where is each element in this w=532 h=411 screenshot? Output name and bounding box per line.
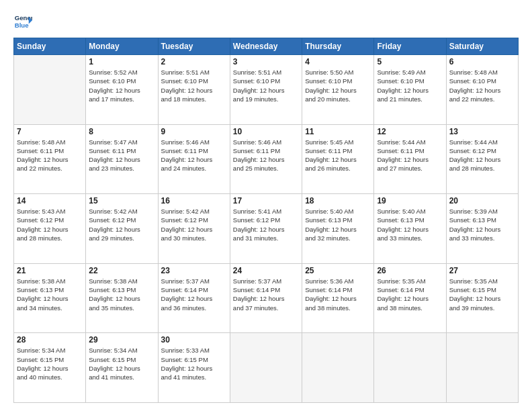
day-info: Sunrise: 5:38 AM Sunset: 6:13 PM Dayligh… xyxy=(17,277,83,312)
day-info: Sunrise: 5:38 AM Sunset: 6:13 PM Dayligh… xyxy=(89,277,154,312)
calendar-cell: 2Sunrise: 5:51 AM Sunset: 6:10 PM Daylig… xyxy=(158,55,230,125)
calendar-cell: 25Sunrise: 5:36 AM Sunset: 6:14 PM Dayli… xyxy=(302,263,374,333)
calendar-cell: 4Sunrise: 5:50 AM Sunset: 6:10 PM Daylig… xyxy=(302,55,374,125)
day-info: Sunrise: 5:46 AM Sunset: 6:11 PM Dayligh… xyxy=(161,138,227,173)
day-number: 10 xyxy=(233,127,299,136)
calendar-cell: 29Sunrise: 5:34 AM Sunset: 6:15 PM Dayli… xyxy=(86,333,158,403)
day-number: 2 xyxy=(161,57,227,66)
day-number: 24 xyxy=(233,266,299,275)
day-number: 20 xyxy=(449,196,515,205)
day-info: Sunrise: 5:40 AM Sunset: 6:13 PM Dayligh… xyxy=(377,207,443,242)
calendar-cell xyxy=(446,333,518,403)
calendar-cell xyxy=(374,333,446,403)
day-info: Sunrise: 5:33 AM Sunset: 6:15 PM Dayligh… xyxy=(161,346,227,381)
logo: General Blue xyxy=(13,12,32,31)
day-info: Sunrise: 5:37 AM Sunset: 6:14 PM Dayligh… xyxy=(161,277,227,312)
calendar-cell: 7Sunrise: 5:48 AM Sunset: 6:11 PM Daylig… xyxy=(14,124,86,194)
day-number: 3 xyxy=(233,57,299,66)
day-info: Sunrise: 5:42 AM Sunset: 6:12 PM Dayligh… xyxy=(89,207,154,242)
day-number: 12 xyxy=(377,127,443,136)
day-info: Sunrise: 5:51 AM Sunset: 6:10 PM Dayligh… xyxy=(233,68,299,103)
calendar-cell: 18Sunrise: 5:40 AM Sunset: 6:13 PM Dayli… xyxy=(302,194,374,264)
week-row-2: 7Sunrise: 5:48 AM Sunset: 6:11 PM Daylig… xyxy=(14,124,519,194)
col-header-thursday: Thursday xyxy=(302,38,374,55)
day-number: 26 xyxy=(377,266,443,275)
day-info: Sunrise: 5:35 AM Sunset: 6:14 PM Dayligh… xyxy=(377,277,443,312)
col-header-sunday: Sunday xyxy=(14,38,86,55)
col-header-monday: Monday xyxy=(86,38,158,55)
day-number: 11 xyxy=(305,127,371,136)
calendar-cell: 16Sunrise: 5:42 AM Sunset: 6:12 PM Dayli… xyxy=(158,194,230,264)
day-number: 9 xyxy=(161,127,227,136)
day-number: 27 xyxy=(449,266,515,275)
day-number: 19 xyxy=(377,196,443,205)
calendar-cell: 5Sunrise: 5:49 AM Sunset: 6:10 PM Daylig… xyxy=(374,55,446,125)
col-header-friday: Friday xyxy=(374,38,446,55)
calendar-cell: 8Sunrise: 5:47 AM Sunset: 6:11 PM Daylig… xyxy=(86,124,158,194)
day-number: 23 xyxy=(161,266,227,275)
calendar-header-row: SundayMondayTuesdayWednesdayThursdayFrid… xyxy=(14,38,519,55)
day-info: Sunrise: 5:45 AM Sunset: 6:11 PM Dayligh… xyxy=(305,138,371,173)
day-number: 22 xyxy=(89,266,154,275)
calendar-cell: 27Sunrise: 5:35 AM Sunset: 6:15 PM Dayli… xyxy=(446,263,518,333)
calendar-table: SundayMondayTuesdayWednesdayThursdayFrid… xyxy=(13,38,519,403)
header: General Blue xyxy=(13,12,519,31)
day-info: Sunrise: 5:39 AM Sunset: 6:13 PM Dayligh… xyxy=(449,207,515,242)
calendar-cell: 28Sunrise: 5:34 AM Sunset: 6:15 PM Dayli… xyxy=(14,333,86,403)
day-info: Sunrise: 5:46 AM Sunset: 6:11 PM Dayligh… xyxy=(233,138,299,173)
day-info: Sunrise: 5:43 AM Sunset: 6:12 PM Dayligh… xyxy=(17,207,83,242)
day-info: Sunrise: 5:47 AM Sunset: 6:11 PM Dayligh… xyxy=(89,138,154,173)
calendar-cell: 14Sunrise: 5:43 AM Sunset: 6:12 PM Dayli… xyxy=(14,194,86,264)
day-info: Sunrise: 5:49 AM Sunset: 6:10 PM Dayligh… xyxy=(377,68,443,103)
day-info: Sunrise: 5:44 AM Sunset: 6:12 PM Dayligh… xyxy=(449,138,515,173)
calendar-cell: 26Sunrise: 5:35 AM Sunset: 6:14 PM Dayli… xyxy=(374,263,446,333)
calendar-cell: 22Sunrise: 5:38 AM Sunset: 6:13 PM Dayli… xyxy=(86,263,158,333)
day-number: 6 xyxy=(449,57,515,66)
day-number: 21 xyxy=(17,266,83,275)
day-number: 8 xyxy=(89,127,154,136)
day-info: Sunrise: 5:40 AM Sunset: 6:13 PM Dayligh… xyxy=(305,207,371,242)
calendar-cell xyxy=(230,333,302,403)
calendar-cell: 12Sunrise: 5:44 AM Sunset: 6:11 PM Dayli… xyxy=(374,124,446,194)
calendar-cell: 17Sunrise: 5:41 AM Sunset: 6:12 PM Dayli… xyxy=(230,194,302,264)
day-info: Sunrise: 5:48 AM Sunset: 6:10 PM Dayligh… xyxy=(449,68,515,103)
col-header-tuesday: Tuesday xyxy=(158,38,230,55)
col-header-wednesday: Wednesday xyxy=(230,38,302,55)
week-row-3: 14Sunrise: 5:43 AM Sunset: 6:12 PM Dayli… xyxy=(14,194,519,264)
calendar-cell: 30Sunrise: 5:33 AM Sunset: 6:15 PM Dayli… xyxy=(158,333,230,403)
calendar-cell: 19Sunrise: 5:40 AM Sunset: 6:13 PM Dayli… xyxy=(374,194,446,264)
week-row-1: 1Sunrise: 5:52 AM Sunset: 6:10 PM Daylig… xyxy=(14,55,519,125)
day-info: Sunrise: 5:52 AM Sunset: 6:10 PM Dayligh… xyxy=(89,68,154,103)
calendar-cell: 20Sunrise: 5:39 AM Sunset: 6:13 PM Dayli… xyxy=(446,194,518,264)
day-number: 1 xyxy=(89,57,154,66)
calendar-cell: 21Sunrise: 5:38 AM Sunset: 6:13 PM Dayli… xyxy=(14,263,86,333)
week-row-4: 21Sunrise: 5:38 AM Sunset: 6:13 PM Dayli… xyxy=(14,263,519,333)
day-number: 13 xyxy=(449,127,515,136)
logo-icon: General Blue xyxy=(13,12,32,31)
calendar-cell: 1Sunrise: 5:52 AM Sunset: 6:10 PM Daylig… xyxy=(86,55,158,125)
calendar-cell: 24Sunrise: 5:37 AM Sunset: 6:14 PM Dayli… xyxy=(230,263,302,333)
calendar-cell: 6Sunrise: 5:48 AM Sunset: 6:10 PM Daylig… xyxy=(446,55,518,125)
calendar-cell: 11Sunrise: 5:45 AM Sunset: 6:11 PM Dayli… xyxy=(302,124,374,194)
svg-text:Blue: Blue xyxy=(15,21,29,29)
calendar-cell: 15Sunrise: 5:42 AM Sunset: 6:12 PM Dayli… xyxy=(86,194,158,264)
day-info: Sunrise: 5:50 AM Sunset: 6:10 PM Dayligh… xyxy=(305,68,371,103)
day-number: 17 xyxy=(233,196,299,205)
day-number: 14 xyxy=(17,196,83,205)
day-info: Sunrise: 5:41 AM Sunset: 6:12 PM Dayligh… xyxy=(233,207,299,242)
day-number: 16 xyxy=(161,196,227,205)
calendar-cell xyxy=(302,333,374,403)
calendar-cell: 9Sunrise: 5:46 AM Sunset: 6:11 PM Daylig… xyxy=(158,124,230,194)
day-number: 25 xyxy=(305,266,371,275)
day-info: Sunrise: 5:44 AM Sunset: 6:11 PM Dayligh… xyxy=(377,138,443,173)
day-number: 29 xyxy=(89,335,154,345)
day-number: 28 xyxy=(17,335,83,345)
calendar-cell: 23Sunrise: 5:37 AM Sunset: 6:14 PM Dayli… xyxy=(158,263,230,333)
col-header-saturday: Saturday xyxy=(446,38,518,55)
day-info: Sunrise: 5:36 AM Sunset: 6:14 PM Dayligh… xyxy=(305,277,371,312)
calendar-cell xyxy=(14,55,86,125)
day-number: 4 xyxy=(305,57,371,66)
day-number: 5 xyxy=(377,57,443,66)
day-info: Sunrise: 5:42 AM Sunset: 6:12 PM Dayligh… xyxy=(161,207,227,242)
day-info: Sunrise: 5:35 AM Sunset: 6:15 PM Dayligh… xyxy=(449,277,515,312)
